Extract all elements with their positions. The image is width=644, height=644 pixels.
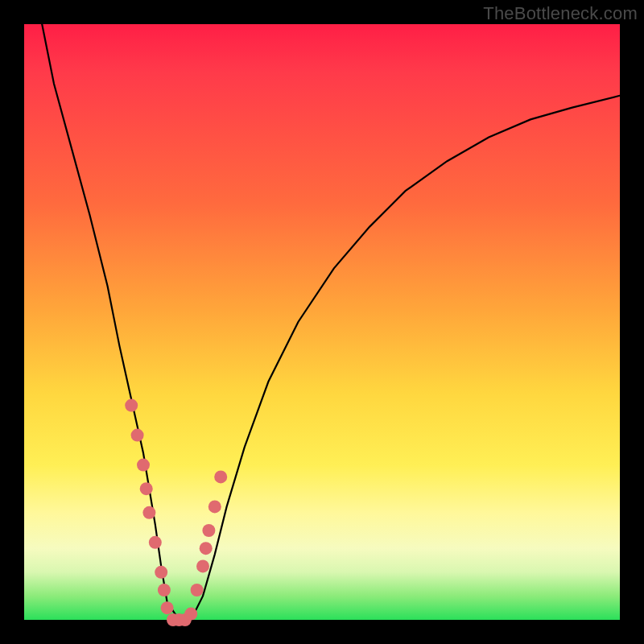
marker-dot <box>140 482 153 495</box>
marker-dot <box>158 584 171 597</box>
marker-dot <box>161 601 174 614</box>
marker-dot <box>184 608 197 621</box>
chart-svg <box>24 24 620 620</box>
marker-dot <box>191 584 204 597</box>
marker-dot <box>149 536 162 549</box>
marker-group <box>125 399 227 626</box>
marker-dot <box>131 429 144 442</box>
marker-dot <box>155 566 167 579</box>
marker-dot <box>208 500 221 513</box>
marker-dot <box>125 399 138 412</box>
marker-dot <box>202 524 215 537</box>
marker-dot <box>137 459 150 472</box>
marker-dot <box>196 559 209 572</box>
marker-dot <box>142 506 155 519</box>
marker-dot <box>214 470 227 483</box>
outer-frame: TheBottleneck.com <box>0 0 644 644</box>
bottleneck-curve <box>42 24 620 620</box>
watermark-text: TheBottleneck.com <box>483 3 638 24</box>
plot-area <box>24 24 620 620</box>
marker-dot <box>200 542 213 555</box>
